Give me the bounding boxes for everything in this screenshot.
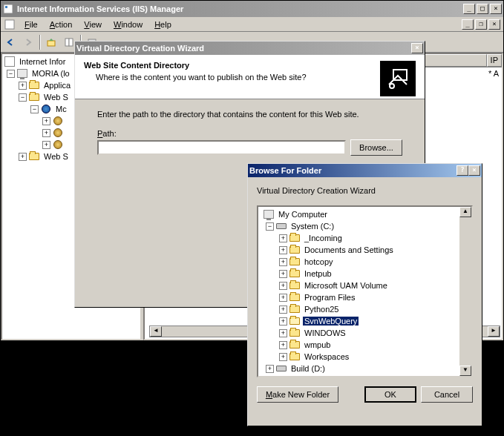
expand-site[interactable]: −: [30, 105, 39, 113]
forward-button[interactable]: [20, 34, 36, 50]
expand-wmpub[interactable]: +: [279, 341, 287, 349]
ok-button[interactable]: OK: [364, 386, 416, 403]
expand-svnwebquery[interactable]: +: [279, 317, 287, 326]
expand-app[interactable]: +: [19, 82, 27, 90]
folder-icon: [289, 280, 301, 291]
node-system-c[interactable]: System (C:): [289, 222, 336, 231]
folder-icon: [28, 92, 40, 102]
folder-icon: [289, 351, 301, 362]
node-python25[interactable]: Python25: [303, 305, 340, 314]
node-uam[interactable]: Microsoft UAM Volume: [303, 281, 389, 290]
expand-program-files[interactable]: +: [279, 294, 287, 302]
tree-site[interactable]: Mc: [54, 105, 68, 113]
folder-icon: [289, 328, 301, 338]
folder-icon: [289, 257, 301, 267]
scroll-down-button[interactable]: ▼: [459, 366, 471, 376]
folder-icon: [289, 292, 301, 303]
node-hotcopy[interactable]: hotcopy: [303, 257, 335, 266]
svg-rect-2: [5, 20, 14, 29]
mdi-minimize-button[interactable]: _: [462, 19, 474, 30]
tree-server[interactable]: MORIA (lo: [30, 69, 71, 78]
node-wmpub[interactable]: wmpub: [303, 340, 332, 349]
scroll-up-button[interactable]: ▲: [459, 207, 471, 217]
mdi-doc-icon: [4, 19, 16, 30]
folder-tree-scrollbar[interactable]: ▲ ▼: [459, 207, 471, 376]
node-workspaces[interactable]: Workspaces: [303, 352, 350, 361]
svg-rect-0: [4, 4, 13, 13]
folder-icon: [289, 304, 301, 314]
tree-app[interactable]: Applica: [42, 81, 72, 90]
menu-bar: File Action View Window Help _ ❐ ×: [1, 17, 503, 32]
path-input[interactable]: [97, 140, 346, 155]
wizard-close-button[interactable]: ×: [411, 43, 423, 53]
menu-view[interactable]: View: [78, 19, 108, 30]
svg-rect-1: [5, 6, 7, 8]
up-button[interactable]: [43, 34, 59, 50]
mdi-restore-button[interactable]: ❐: [475, 19, 487, 30]
expand-vdir1[interactable]: +: [42, 117, 50, 125]
scroll-left-button[interactable]: ◄: [150, 326, 162, 337]
drive-icon: [275, 221, 287, 231]
gear-icon: [52, 139, 64, 150]
menu-help[interactable]: Help: [148, 19, 177, 30]
gear-icon: [52, 116, 64, 126]
expand-windows[interactable]: +: [279, 329, 287, 337]
expand-websvc[interactable]: +: [19, 153, 27, 161]
browse-close-button[interactable]: ×: [468, 165, 480, 176]
expand-vdir2[interactable]: +: [42, 129, 50, 137]
node-incoming[interactable]: _Incoming: [303, 234, 344, 242]
browse-help-button[interactable]: ?: [456, 165, 468, 176]
expand-websites[interactable]: −: [19, 93, 27, 102]
menu-window[interactable]: Window: [108, 19, 148, 30]
expand-system-c[interactable]: −: [266, 222, 274, 231]
node-my-computer[interactable]: My Computer: [277, 210, 329, 219]
expand-server[interactable]: −: [7, 70, 15, 78]
node-program-files[interactable]: Program Files: [303, 293, 356, 302]
iis-root-icon: [4, 56, 16, 67]
tree-root[interactable]: Internet Infor: [18, 57, 67, 66]
folder-icon: [28, 151, 40, 162]
expand-hotcopy[interactable]: +: [279, 258, 287, 266]
expand-incoming[interactable]: +: [279, 234, 287, 242]
globe-icon: [40, 104, 52, 114]
maximize-button[interactable]: □: [477, 4, 488, 14]
back-button[interactable]: [2, 34, 19, 50]
close-button[interactable]: ×: [490, 4, 502, 14]
folder-icon: [289, 245, 301, 255]
browse-instruction: Virtual Directory Creation Wizard: [257, 186, 473, 195]
svg-rect-3: [48, 41, 55, 46]
iis-app-icon: [2, 3, 14, 15]
tree-websites[interactable]: Web S: [42, 93, 70, 102]
iis-title-text: Internet Information Services (IIS) Mana…: [17, 4, 463, 13]
mdi-close-button[interactable]: ×: [488, 19, 500, 30]
expand-python25[interactable]: +: [279, 305, 287, 314]
wizard-title-bar: Virtual Directory Creation Wizard ×: [75, 42, 425, 55]
folder-tree[interactable]: My Computer −System (C:) +_Incoming +Doc…: [257, 205, 473, 377]
col-ip[interactable]: IP: [487, 54, 502, 67]
cancel-button[interactable]: Cancel: [421, 386, 473, 403]
server-icon: [16, 68, 28, 79]
node-svnwebquery[interactable]: SvnWebQuery: [303, 317, 359, 326]
node-build-d[interactable]: Build (D:): [289, 364, 327, 373]
expand-build-d[interactable]: +: [266, 365, 274, 373]
node-inetpub[interactable]: Inetpub: [303, 269, 333, 278]
node-docs[interactable]: Documents and Settings: [303, 245, 395, 254]
minimize-button[interactable]: _: [463, 4, 475, 14]
svg-rect-4: [65, 39, 69, 46]
browse-title-bar: Browse For Folder ? ×: [248, 164, 482, 177]
expand-uam[interactable]: +: [279, 282, 287, 290]
svg-point-8: [390, 84, 394, 88]
expand-vdir3[interactable]: +: [42, 141, 50, 149]
menu-file[interactable]: File: [19, 19, 44, 30]
scroll-right-button[interactable]: ►: [488, 326, 500, 337]
browse-button[interactable]: Browse...: [350, 139, 402, 156]
menu-action[interactable]: Action: [44, 19, 79, 30]
expand-inetpub[interactable]: +: [279, 270, 287, 278]
expand-docs[interactable]: +: [279, 246, 287, 254]
tree-websvc[interactable]: Web S: [42, 152, 70, 161]
expand-workspaces[interactable]: +: [279, 353, 287, 361]
drive-icon: [275, 363, 287, 374]
make-new-folder-button[interactable]: Make New Folder: [257, 386, 338, 403]
folder-icon: [289, 233, 301, 243]
node-windows[interactable]: WINDOWS: [303, 328, 347, 337]
